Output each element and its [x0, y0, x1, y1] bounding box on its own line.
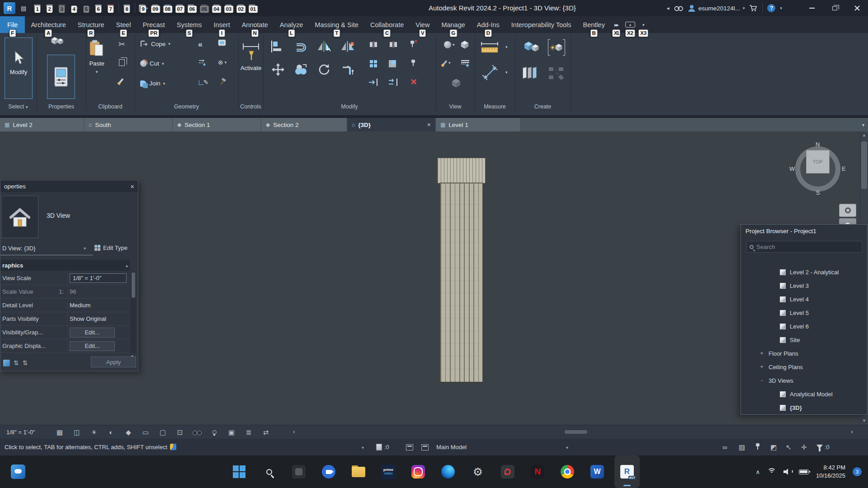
qat-button-04[interactable]: 04: [210, 1, 222, 15]
tab-architecture[interactable]: ArchitectureA: [25, 16, 71, 33]
property-help-icon[interactable]: [3, 360, 10, 366]
analytical-model-icon[interactable]: ≣: [244, 428, 253, 436]
taskbar-photos[interactable]: [286, 455, 311, 488]
cope-button[interactable]: Cope▾: [140, 40, 170, 47]
select-links-icon[interactable]: ∞: [722, 443, 727, 451]
panel-label-geometry[interactable]: Geometry: [135, 102, 238, 112]
close-button[interactable]: [848, 0, 866, 16]
drawing-area[interactable]: TOP N W E S ▲ ▼ operties × 3D View D Vie…: [0, 131, 868, 425]
edit-type-button[interactable]: Edit Type: [94, 244, 127, 251]
expand-icon[interactable]: +: [759, 350, 764, 357]
crop-view-icon[interactable]: ▭: [141, 428, 150, 436]
chevron-down-icon[interactable]: ▾: [362, 445, 364, 450]
qat-button-2[interactable]: 2: [43, 1, 56, 15]
tree-item-level5[interactable]: Level 5: [741, 306, 867, 319]
taskbar-camera-app[interactable]: [316, 455, 341, 488]
measure-ruler-icon[interactable]: [480, 41, 499, 54]
tab-manage[interactable]: ManageG: [435, 16, 471, 33]
design-options-icon[interactable]: [421, 444, 429, 450]
compass-north[interactable]: N: [816, 141, 820, 148]
taskbar-chrome[interactable]: [555, 455, 580, 488]
qat-button-02[interactable]: 02: [235, 1, 247, 15]
tab-systems[interactable]: SystemsS: [171, 16, 208, 33]
modify-tab-jump-icon[interactable]: ▸▸X1: [611, 16, 622, 33]
qat-button-07-section[interactable]: 07: [174, 1, 186, 15]
wall-opening-icon[interactable]: [218, 39, 226, 46]
minimize-button[interactable]: [803, 0, 821, 16]
chevron-down-icon[interactable]: ▾: [566, 445, 568, 450]
tree-item-analytical-model[interactable]: Analytical Model: [741, 387, 867, 401]
tree-item-ceiling-plans[interactable]: +Ceiling Plans: [741, 360, 867, 374]
view-tab-section2[interactable]: ◆Section 2: [261, 118, 347, 131]
panel-label-create[interactable]: Create: [515, 102, 571, 112]
tab-file[interactable]: FileF: [0, 16, 25, 33]
view-tab-level2[interactable]: ▦Level 2: [0, 118, 84, 131]
view-scale-control[interactable]: 1/8" = 1'-0": [6, 429, 35, 436]
search-input[interactable]: [756, 244, 847, 250]
tab-interoperability-tools[interactable]: Interoperability Tools: [505, 16, 577, 33]
qat-button-06-thin-lines[interactable]: 06: [186, 1, 198, 15]
view-tab-south[interactable]: ⌂South: [84, 118, 173, 131]
mirror-pick-axis-icon[interactable]: [316, 40, 332, 53]
property-value[interactable]: Show Original: [67, 312, 130, 326]
scroll-right-icon[interactable]: ›: [851, 428, 853, 435]
viewcube[interactable]: TOP N W E S: [792, 143, 844, 195]
qat-button-1[interactable]: 1: [31, 1, 43, 15]
edit-button[interactable]: Edit...: [70, 328, 115, 338]
wifi-icon[interactable]: [767, 468, 776, 475]
close-view-icon[interactable]: ×: [424, 121, 431, 128]
qat-button-6-print[interactable]: 6: [92, 1, 104, 15]
cart-icon[interactable]: [749, 5, 758, 12]
scrollbar-thumb[interactable]: [861, 141, 867, 189]
model-tower-shaft[interactable]: [440, 183, 483, 382]
trim-extend-corner-icon[interactable]: [341, 63, 355, 76]
tab-annotate[interactable]: AnnotateN: [236, 16, 274, 33]
qat-button-8-dimension[interactable]: 8: [121, 1, 133, 15]
start-button[interactable]: [226, 455, 252, 488]
qat-button-09-text[interactable]: 09: [149, 1, 161, 15]
legend-component-icon[interactable]: ☀: [548, 39, 565, 56]
compass-west[interactable]: W: [789, 165, 795, 172]
taskbar-file-explorer[interactable]: [346, 455, 371, 488]
sort-descending-icon[interactable]: ⇅: [23, 359, 28, 366]
selection-dots-icon[interactable]: ✛: [801, 443, 807, 451]
restore-button[interactable]: [826, 0, 844, 16]
model-tower-crown[interactable]: [437, 158, 486, 183]
delete-icon[interactable]: ×: [410, 76, 417, 87]
pin-icon[interactable]: [410, 59, 416, 66]
reveal-hidden-elements-icon[interactable]: [210, 430, 219, 434]
tab-massing-site[interactable]: Massing & SiteT: [309, 16, 364, 33]
battery-icon[interactable]: [799, 469, 809, 474]
tab-bentley[interactable]: BentleyB: [577, 16, 611, 33]
editable-only-icon[interactable]: [376, 444, 382, 450]
aligned-dimension-icon[interactable]: [482, 65, 498, 81]
revit-logo-icon[interactable]: R: [4, 2, 15, 14]
sort-ascending-icon[interactable]: ⇅: [14, 359, 19, 366]
horizontal-scrollbar-thumb[interactable]: [565, 430, 587, 434]
tree-item-site[interactable]: Site: [741, 333, 867, 347]
ribbon-state-icon[interactable]: X2: [622, 16, 639, 33]
tree-item-3d-views[interactable]: -3D Views: [741, 374, 867, 387]
scroll-down-icon[interactable]: ▼: [860, 417, 868, 424]
measure-dropdown-icon[interactable]: ▾: [505, 45, 508, 49]
compass-south[interactable]: S: [816, 189, 820, 196]
scale-icon[interactable]: [389, 60, 396, 67]
volume-icon[interactable]: [783, 469, 792, 475]
offset-icon[interactable]: [198, 59, 206, 67]
detail-level-icon[interactable]: ▦: [55, 428, 64, 436]
properties-header[interactable]: operties ×: [0, 180, 138, 192]
modify-button[interactable]: Modify: [5, 38, 33, 99]
qat-button-03[interactable]: 03: [222, 1, 235, 15]
taskbar-acrobat[interactable]: [495, 455, 520, 488]
viewcube-top-face[interactable]: TOP: [806, 150, 830, 174]
worksets-icon[interactable]: [406, 444, 413, 450]
beam-coping-icon[interactable]: «: [198, 40, 203, 48]
trim-extend-single-icon[interactable]: [368, 78, 379, 86]
taskbar-word[interactable]: W: [585, 455, 610, 488]
tab-structure[interactable]: StructureR: [72, 16, 110, 33]
tree-item-floor-plans[interactable]: +Floor Plans: [741, 347, 867, 360]
copy-icon[interactable]: [294, 64, 308, 75]
property-value[interactable]: Medium: [67, 299, 130, 312]
cut-button[interactable]: Cut▾: [140, 60, 164, 67]
split-element-icon[interactable]: [370, 41, 377, 48]
